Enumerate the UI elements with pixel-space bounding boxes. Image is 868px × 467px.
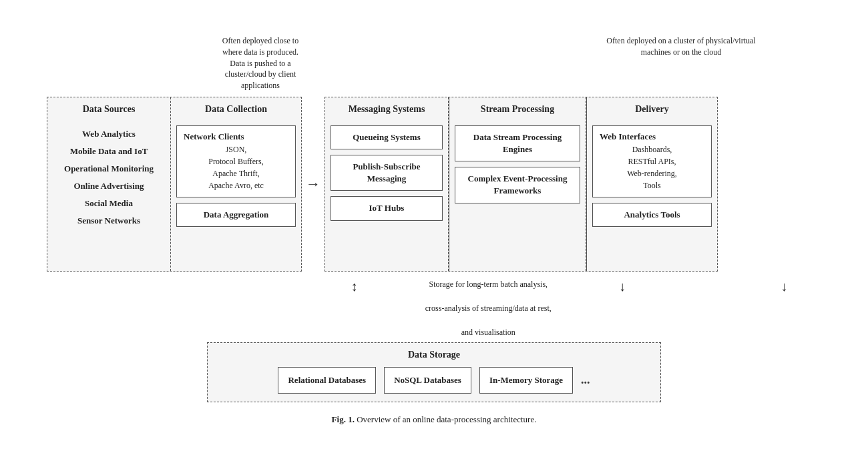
arrow-3: ↓ xyxy=(781,278,787,293)
list-item: Web Analytics xyxy=(64,125,154,143)
arrow-1: ↕ xyxy=(351,278,358,293)
data-sources-items: Web Analytics Mobile Data and IoT Operat… xyxy=(64,125,154,229)
data-storage-title: Data Storage xyxy=(216,350,652,360)
data-stream-engines-box: Data Stream Processing Engines xyxy=(455,125,580,161)
caption-text: Overview of an online data-processing ar… xyxy=(357,414,536,424)
data-collection-column: Data Collection Network Clients JSON,Pro… xyxy=(171,97,301,271)
in-memory-storage-box: In-Memory Storage xyxy=(479,367,573,394)
data-aggregation-box: Data Aggregation xyxy=(176,203,296,227)
up-arrow-icon: ↕ xyxy=(351,280,358,293)
relational-databases-box: Relational Databases xyxy=(278,367,376,394)
messaging-title: Messaging Systems xyxy=(349,104,425,117)
complex-event-box: Complex Event-Processing Frameworks xyxy=(455,167,580,203)
web-interfaces-detail: Dashboards,RESTful APIs,Web-rendering,To… xyxy=(600,143,704,191)
list-item: Social Media xyxy=(64,195,154,212)
data-storage-container: Data Storage Relational Databases NoSQL … xyxy=(207,342,661,402)
more-items-dots: ... xyxy=(581,373,590,387)
queueing-systems-box: Queueing Systems xyxy=(331,125,443,149)
list-item: Online Advertising xyxy=(64,177,154,195)
bottom-annotation-text: Storage for long-term batch analysis, cr… xyxy=(425,278,552,338)
arrows-row: ↕ Storage for long-term batch analysis, … xyxy=(317,278,821,338)
arrow-2: ↓ xyxy=(619,278,626,293)
web-interfaces-box: Web Interfaces Dashboards,RESTful APIs,W… xyxy=(592,125,712,197)
bottom-section: ↕ Storage for long-term batch analysis, … xyxy=(47,274,821,402)
annotation-right: Often deployed on a cluster of physical/… xyxy=(561,35,801,91)
pubsub-messaging-box: Publish-Subscribe Messaging xyxy=(331,155,443,191)
figure-caption: Fig. 1. Overview of an online data-proce… xyxy=(47,414,821,425)
right-group: Messaging Systems Queueing Systems Publi… xyxy=(324,97,718,272)
nosql-databases-box: NoSQL Databases xyxy=(384,367,471,394)
iot-hubs-box: IoT Hubs xyxy=(331,196,443,220)
left-group: Data Sources Web Analytics Mobile Data a… xyxy=(47,97,302,272)
network-clients-box: Network Clients JSON,Protocol Buffers,Ap… xyxy=(176,125,296,197)
network-clients-detail: JSON,Protocol Buffers,Apache Thrift,Apac… xyxy=(184,143,288,191)
list-item: Operational Monitoring xyxy=(64,160,154,177)
top-annotations: Often deployed close to where data is pr… xyxy=(47,35,821,91)
columns-row: Data Sources Web Analytics Mobile Data a… xyxy=(47,97,821,272)
analytics-tools-box: Analytics Tools xyxy=(592,203,712,227)
list-item: Mobile Data and IoT xyxy=(64,143,154,160)
down-arrow-icon: ↓ xyxy=(619,280,626,293)
data-storage-items: Relational Databases NoSQL Databases In-… xyxy=(216,367,652,394)
data-sources-title: Data Sources xyxy=(83,104,136,117)
annotation-left: Often deployed close to where data is pr… xyxy=(194,35,327,91)
figure-container: Often deployed close to where data is pr… xyxy=(27,22,841,445)
network-clients-title: Network Clients xyxy=(184,131,288,142)
arrows-annotation-row: ↕ Storage for long-term batch analysis, … xyxy=(47,278,821,338)
up-arrow-icon-2: ↓ xyxy=(781,280,787,293)
flow-arrow: → xyxy=(302,97,324,272)
delivery-title: Delivery xyxy=(635,104,669,117)
data-collection-title: Data Collection xyxy=(205,104,267,117)
data-sources-column: Data Sources Web Analytics Mobile Data a… xyxy=(47,97,171,271)
stream-processing-column: Stream Processing Data Stream Processing… xyxy=(449,97,586,271)
stream-processing-title: Stream Processing xyxy=(481,104,554,117)
list-item: Sensor Networks xyxy=(64,212,154,229)
delivery-column: Delivery Web Interfaces Dashboards,RESTf… xyxy=(587,97,717,271)
web-interfaces-title: Web Interfaces xyxy=(600,131,704,142)
figure-number: Fig. 1. xyxy=(332,414,355,424)
messaging-column: Messaging Systems Queueing Systems Publi… xyxy=(325,97,449,271)
